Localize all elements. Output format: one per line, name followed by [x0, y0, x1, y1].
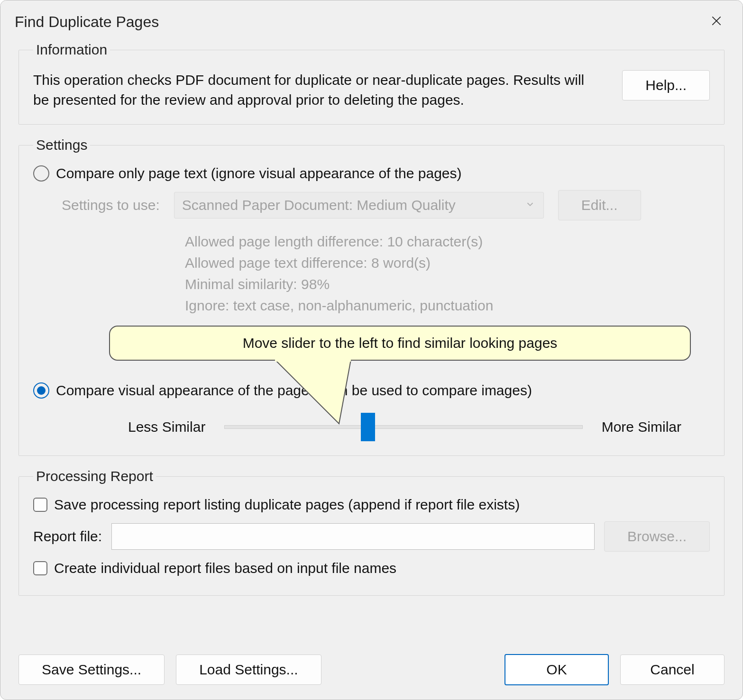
save-report-checkbox[interactable]: Save processing report listing duplicate… [33, 497, 710, 513]
hint-ignore: Ignore: text case, non-alphanumeric, pun… [185, 295, 710, 316]
edit-preset-button[interactable]: Edit... [558, 190, 641, 220]
browse-button[interactable]: Browse... [604, 521, 710, 552]
checkbox-icon [33, 561, 47, 575]
dialog-footer: Save Settings... Load Settings... OK Can… [0, 643, 743, 700]
settings-group: Settings Compare only page text (ignore … [18, 137, 725, 456]
cancel-button[interactable]: Cancel [620, 655, 725, 685]
compare-visual-radio[interactable]: Compare visual appearance of the pages (… [33, 382, 710, 399]
help-button[interactable]: Help... [622, 70, 710, 100]
compare-text-label: Compare only page text (ignore visual ap… [56, 165, 462, 182]
save-report-label: Save processing report listing duplicate… [54, 497, 520, 513]
individual-reports-label: Create individual report files based on … [54, 560, 396, 576]
compare-text-radio[interactable]: Compare only page text (ignore visual ap… [33, 165, 710, 182]
svg-rect-3 [275, 360, 351, 362]
information-legend: Information [33, 42, 110, 58]
titlebar: Find Duplicate Pages [0, 0, 743, 42]
report-file-input[interactable] [111, 523, 595, 550]
close-icon[interactable] [705, 11, 728, 33]
more-similar-label: More Similar [602, 419, 681, 435]
radio-icon [33, 165, 49, 182]
similarity-slider[interactable] [224, 413, 582, 441]
hint-text-diff: Allowed page text difference: 8 word(s) [185, 252, 710, 273]
preset-hints: Allowed page length difference: 10 chara… [185, 231, 710, 316]
processing-report-legend: Processing Report [33, 468, 156, 484]
radio-icon [33, 382, 49, 399]
less-similar-label: Less Similar [128, 419, 205, 435]
similarity-slider-area: Less Similar More Similar [128, 413, 681, 441]
slider-thumb[interactable] [361, 413, 375, 441]
information-group: Information This operation checks PDF do… [18, 42, 725, 125]
callout-tooltip: Move slider to the left to find similar … [109, 326, 691, 361]
ok-button[interactable]: OK [505, 654, 609, 685]
find-duplicate-pages-dialog: Find Duplicate Pages Information This op… [0, 0, 743, 700]
settings-legend: Settings [33, 137, 90, 153]
save-settings-button[interactable]: Save Settings... [18, 655, 165, 685]
load-settings-button[interactable]: Load Settings... [176, 655, 321, 685]
preset-select[interactable]: Scanned Paper Document: Medium Quality [174, 192, 544, 218]
preset-value: Scanned Paper Document: Medium Quality [174, 192, 544, 218]
information-text: This operation checks PDF document for d… [33, 70, 603, 110]
dialog-title: Find Duplicate Pages [15, 13, 159, 31]
checkbox-icon [33, 498, 47, 512]
settings-to-use-label: Settings to use: [62, 197, 160, 213]
hint-similarity: Minimal similarity: 98% [185, 273, 710, 295]
report-file-label: Report file: [33, 528, 102, 545]
callout-wrap: Move slider to the left to find similar … [109, 326, 691, 378]
hint-length: Allowed page length difference: 10 chara… [185, 231, 710, 252]
individual-reports-checkbox[interactable]: Create individual report files based on … [33, 560, 710, 576]
slider-track [224, 425, 582, 429]
processing-report-group: Processing Report Save processing report… [18, 468, 725, 596]
